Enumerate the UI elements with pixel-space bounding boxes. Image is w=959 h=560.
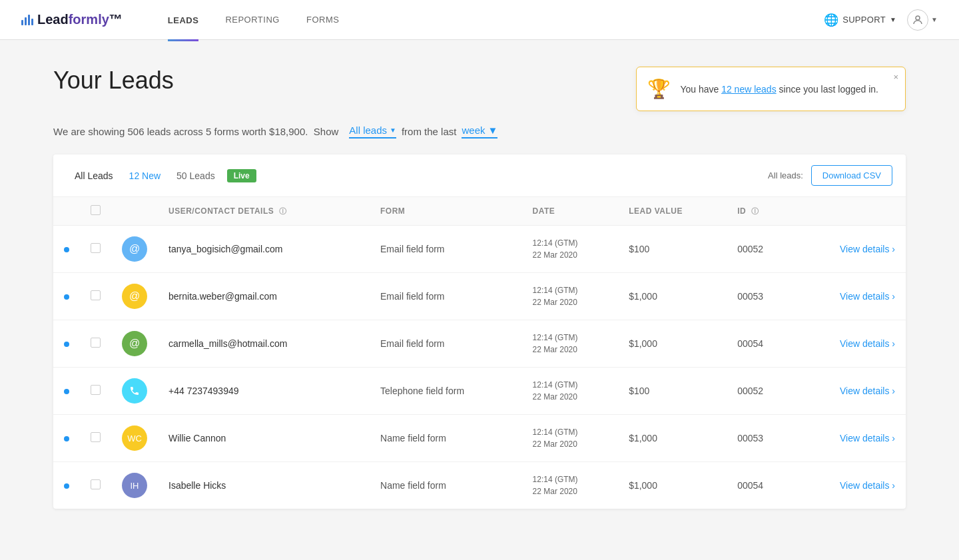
date-cell: 12:14 (GTM)22 Mar 2020 xyxy=(522,368,619,415)
row-checkbox[interactable] xyxy=(91,385,101,395)
th-lead-value: LEAD VALUE xyxy=(618,197,727,226)
view-details-link[interactable]: View details › xyxy=(840,291,895,302)
view-details-link[interactable]: View details › xyxy=(840,338,895,349)
avatar-cell: IH xyxy=(111,462,158,509)
id-cell: 00052 xyxy=(727,368,795,415)
table-row: @ bernita.weber@gmail.com Email field fo… xyxy=(53,273,906,320)
th-action xyxy=(795,197,906,226)
nav-right: 🌐 SUPPORT ▼ ▼ xyxy=(824,9,938,31)
contact-cell: carmella_mills@hotmail.com xyxy=(158,320,370,368)
contact-cell: bernita.weber@gmail.com xyxy=(158,273,370,320)
close-notification-button[interactable]: × xyxy=(893,73,898,81)
from-label: from the last xyxy=(402,126,457,137)
new-indicator xyxy=(53,415,80,462)
tab-all-leads[interactable]: All Leads xyxy=(67,168,121,184)
support-button[interactable]: 🌐 SUPPORT ▼ xyxy=(824,13,896,27)
nav-leads[interactable]: LEADS xyxy=(155,1,212,41)
table-row: +44 7237493949 Telephone field form 12:1… xyxy=(53,368,906,415)
user-chevron-icon: ▼ xyxy=(931,16,938,23)
contact-cell: +44 7237493949 xyxy=(158,368,370,415)
value-cell: $1,000 xyxy=(618,273,727,320)
value-cell: $1,000 xyxy=(618,320,727,368)
avatar: @ xyxy=(122,236,147,262)
nav-forms[interactable]: FORMS xyxy=(293,1,352,41)
table-row: IH Isabelle Hicks Name field form 12:14 … xyxy=(53,462,906,509)
th-form: FORM xyxy=(370,197,522,226)
support-label: SUPPORT xyxy=(842,15,886,25)
download-csv-button[interactable]: Download CSV xyxy=(811,165,892,186)
action-cell: View details › xyxy=(795,226,906,273)
svg-point-0 xyxy=(916,16,920,20)
value-cell: $1,000 xyxy=(618,462,727,509)
week-dropdown[interactable]: week ▼ xyxy=(462,125,497,139)
form-cell: Name field form xyxy=(370,462,522,509)
new-leads-link[interactable]: 12 new leads xyxy=(721,84,777,95)
form-cell: Name field form xyxy=(370,415,522,462)
select-all-checkbox[interactable] xyxy=(91,205,101,215)
tab-lead-count[interactable]: 50 Leads xyxy=(168,168,223,184)
date-cell: 12:14 (GTM)22 Mar 2020 xyxy=(522,226,619,273)
new-dot xyxy=(64,389,69,394)
nav-links: LEADS REPORTING FORMS xyxy=(155,0,824,40)
new-indicator xyxy=(53,462,80,509)
id-info-icon: ⓘ xyxy=(751,207,759,215)
new-dot xyxy=(64,436,69,441)
th-avatar xyxy=(111,197,158,226)
row-checkbox[interactable] xyxy=(91,338,101,348)
row-checkbox[interactable] xyxy=(91,290,101,300)
avatar-cell: @ xyxy=(111,273,158,320)
id-cell: 00053 xyxy=(727,415,795,462)
value-cell: $1,000 xyxy=(618,415,727,462)
row-checkbox[interactable] xyxy=(91,243,101,253)
row-checkbox-cell xyxy=(80,368,111,415)
filter-row: We are showing 506 leads across 5 forms … xyxy=(53,125,906,139)
all-leads-label: All leads: xyxy=(768,170,803,180)
table-header-right: All leads: Download CSV xyxy=(768,165,892,186)
date-cell: 12:14 (GTM)22 Mar 2020 xyxy=(522,415,619,462)
navbar: Leadformly™ LEADS REPORTING FORMS 🌐 SUPP… xyxy=(0,0,959,40)
row-checkbox[interactable] xyxy=(91,479,101,489)
tab-new-leads[interactable]: 12 New xyxy=(121,168,168,184)
row-checkbox-cell xyxy=(80,273,111,320)
logo[interactable]: Leadformly™ xyxy=(21,12,123,27)
contact-cell: Willie Cannon xyxy=(158,415,370,462)
form-cell: Telephone field form xyxy=(370,368,522,415)
avatar: WC xyxy=(122,425,147,451)
th-checkbox xyxy=(80,197,111,226)
view-details-link[interactable]: View details › xyxy=(840,244,895,254)
form-cell: Email field form xyxy=(370,226,522,273)
nav-reporting[interactable]: REPORTING xyxy=(212,1,293,41)
new-dot xyxy=(64,247,69,252)
th-contact: USER/CONTACT DETAILS ⓘ xyxy=(158,197,370,226)
avatar-cell xyxy=(111,368,158,415)
week-chevron-icon: ▼ xyxy=(487,125,497,136)
value-cell: $100 xyxy=(618,226,727,273)
form-cell: Email field form xyxy=(370,273,522,320)
trophy-icon: 🏆 xyxy=(647,78,671,100)
view-details-link[interactable]: View details › xyxy=(840,386,895,396)
id-cell: 00054 xyxy=(727,462,795,509)
notification-banner: × 🏆 You have 12 new leads since you last… xyxy=(636,67,906,111)
row-checkbox[interactable] xyxy=(91,432,101,442)
new-indicator xyxy=(53,320,80,368)
logo-bars-icon xyxy=(21,15,33,25)
avatar: @ xyxy=(122,331,147,356)
value-cell: $100 xyxy=(618,368,727,415)
row-checkbox-cell xyxy=(80,415,111,462)
tab-live[interactable]: Live xyxy=(227,169,256,182)
table-header-row: USER/CONTACT DETAILS ⓘ FORM DATE LEAD VA… xyxy=(53,197,906,226)
table-row: WC Willie Cannon Name field form 12:14 (… xyxy=(53,415,906,462)
action-cell: View details › xyxy=(795,368,906,415)
view-details-link[interactable]: View details › xyxy=(840,480,895,491)
support-chevron-icon: ▼ xyxy=(890,16,896,23)
view-details-link[interactable]: View details › xyxy=(840,433,895,443)
avatar-cell: WC xyxy=(111,415,158,462)
row-checkbox-cell xyxy=(80,462,111,509)
new-indicator xyxy=(53,273,80,320)
action-cell: View details › xyxy=(795,415,906,462)
all-leads-dropdown[interactable]: All leads ▼ xyxy=(349,125,396,139)
logo-text: Leadformly™ xyxy=(37,12,123,27)
th-indicator xyxy=(53,197,80,226)
new-indicator xyxy=(53,226,80,273)
user-button[interactable]: ▼ xyxy=(907,9,938,31)
